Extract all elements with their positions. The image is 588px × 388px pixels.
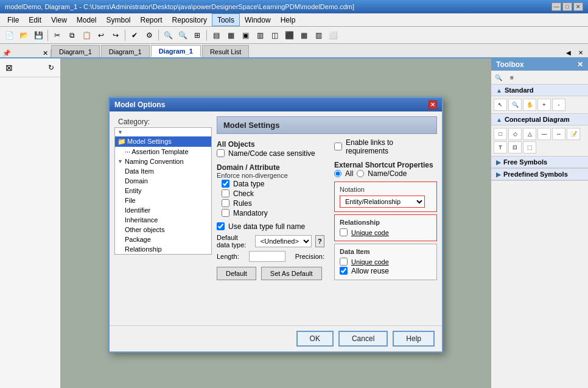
zoom-icon[interactable]: 🔍 (508, 99, 522, 111)
enable-links-checkbox[interactable] (334, 143, 342, 150)
tb-extra4[interactable]: ▥ (253, 29, 267, 42)
tree-other-objects[interactable]: Other objects (122, 225, 211, 235)
ok-btn[interactable]: OK (296, 331, 334, 347)
tree-relationship[interactable]: Relationship (122, 244, 211, 254)
tab-diagram1-b[interactable]: Diagram_1 (101, 45, 150, 57)
tb-zoom-out[interactable]: 🔍 (176, 29, 189, 42)
help-btn[interactable]: ? (315, 235, 324, 247)
toolbox-conceptual-header[interactable]: ▲ Conceptual Diagram (491, 114, 588, 125)
text-icon[interactable]: T (494, 141, 507, 153)
menu-symbol[interactable]: Symbol (102, 13, 136, 26)
tab-nav-left[interactable]: ◀ (564, 48, 573, 57)
tree-domain[interactable]: Domain (122, 176, 211, 186)
tb-check[interactable]: ✔ (128, 29, 141, 42)
tb-extra7[interactable]: ▦ (297, 29, 310, 42)
tb-save[interactable]: 💾 (32, 29, 45, 42)
menu-repository[interactable]: Repository (167, 13, 212, 26)
tree-assertion-template[interactable]: ··· Assertion Template (122, 147, 211, 157)
set-as-default-btn[interactable]: Set As Default (261, 267, 322, 280)
modal-close-btn[interactable]: ✕ (429, 101, 437, 109)
tree-entity[interactable]: Entity (122, 186, 211, 196)
menu-view[interactable]: View (46, 13, 72, 26)
modal-body: Category: ▼ 📁 Model Settings ··· (110, 111, 442, 325)
default-btn[interactable]: Default (217, 267, 256, 280)
assoc-icon[interactable]: ↔ (552, 128, 565, 140)
tb-extra3[interactable]: ▣ (239, 29, 252, 42)
tb-extra5[interactable]: ◫ (268, 29, 281, 42)
menu-help[interactable]: Help (276, 13, 301, 26)
menu-edit[interactable]: Edit (24, 13, 46, 26)
name-code-checkbox[interactable] (217, 149, 225, 157)
panel-pin[interactable]: 📌 (2, 49, 11, 57)
cancel-btn[interactable]: Cancel (338, 331, 388, 347)
tab-diagram1-a[interactable]: Diagram_1 (51, 45, 100, 57)
tb-extra2[interactable]: ▦ (224, 29, 237, 42)
tab-result-list[interactable]: Result List (202, 45, 249, 57)
tb-copy[interactable]: ⧉ (65, 29, 79, 42)
maximize-btn[interactable]: □ (562, 2, 572, 11)
menu-report[interactable]: Report (136, 13, 167, 26)
tb-expand[interactable]: ≡ (506, 72, 518, 83)
tb-redo[interactable]: ↪ (109, 29, 122, 42)
di-unique-code-checkbox[interactable] (340, 258, 348, 266)
tb-new[interactable]: 📄 (2, 29, 16, 42)
tb-cut[interactable]: ✂ (51, 29, 64, 42)
tree-data-item[interactable]: Data Item (122, 166, 211, 176)
toolbox-close-icon[interactable]: ✕ (577, 60, 583, 69)
hand-icon[interactable]: ✋ (523, 99, 536, 111)
check-checkbox[interactable] (222, 189, 229, 197)
frame-icon[interactable]: ⊡ (508, 141, 522, 153)
menu-window[interactable]: Window (240, 13, 276, 26)
toolbox-free-symbols-header[interactable]: ▶ Free Symbols (491, 157, 588, 168)
pointer-icon[interactable]: ↖ (494, 99, 507, 111)
panel-close[interactable]: ✕ (43, 49, 48, 57)
radio-name-code[interactable] (357, 170, 364, 177)
page-icon[interactable]: ⬚ (523, 141, 536, 153)
tree-identifier[interactable]: Identifier (122, 205, 211, 215)
tb-open[interactable]: 📂 (17, 29, 30, 42)
tb-extra1[interactable]: ▤ (209, 29, 223, 42)
tb-extra6[interactable]: ⬛ (282, 29, 296, 42)
left-panel-btn2[interactable]: ↻ (44, 61, 58, 74)
default-type-select[interactable]: <Undefined> (255, 235, 312, 247)
tree-package[interactable]: Package (122, 235, 211, 244)
zoom-in-icon[interactable]: + (537, 99, 551, 111)
menu-file[interactable]: File (2, 13, 24, 26)
tb-gen[interactable]: ⚙ (142, 29, 156, 42)
note-icon[interactable]: 📝 (567, 128, 580, 140)
use-data-full-checkbox[interactable] (217, 222, 225, 230)
tb-zoom-in[interactable]: 🔍 (161, 29, 175, 42)
zoom-out-icon[interactable]: - (552, 99, 565, 111)
tree-file[interactable]: File (122, 196, 211, 205)
menu-model[interactable]: Model (72, 13, 102, 26)
notation-select[interactable]: Entity/Relationship (340, 196, 425, 208)
rel-icon[interactable]: ◇ (508, 128, 522, 140)
rules-checkbox[interactable] (222, 199, 229, 207)
toolbox-standard-header[interactable]: ▲ Standard (491, 85, 588, 96)
tb-extra8[interactable]: ▥ (312, 29, 325, 42)
tb-extra9[interactable]: ⬜ (326, 29, 340, 42)
data-type-checkbox[interactable] (222, 180, 229, 188)
tab-diagram1-c[interactable]: Diagram_1 (151, 45, 201, 57)
di-allow-reuse-checkbox[interactable] (340, 267, 348, 275)
tab-nav-close[interactable]: ✕ (576, 48, 586, 57)
tb-undo[interactable]: ↩ (94, 29, 108, 42)
footer-help-btn[interactable]: Help (393, 331, 435, 347)
radio-all[interactable] (334, 170, 341, 177)
minimize-btn[interactable]: — (551, 2, 561, 11)
tb-paste[interactable]: 📋 (80, 29, 93, 42)
link-icon[interactable]: — (537, 128, 551, 140)
toolbox-predefined-header[interactable]: ▶ Predefined Symbols (491, 169, 588, 180)
tb-fit[interactable]: ⊞ (191, 29, 204, 42)
close-btn[interactable]: ✕ (573, 2, 583, 11)
mandatory-checkbox[interactable] (222, 209, 229, 217)
length-input[interactable] (249, 251, 285, 262)
tree-model-settings[interactable]: 📁 Model Settings (115, 136, 211, 147)
tb-search[interactable]: 🔍 (492, 72, 505, 83)
rel-unique-code-checkbox[interactable] (340, 228, 348, 236)
tree-inheritance[interactable]: Inheritance (122, 215, 211, 225)
left-panel-btn1[interactable]: ⊠ (2, 61, 16, 74)
inh-icon[interactable]: △ (523, 128, 536, 140)
entity-icon[interactable]: □ (494, 128, 507, 140)
menu-tools[interactable]: Tools (212, 13, 240, 26)
